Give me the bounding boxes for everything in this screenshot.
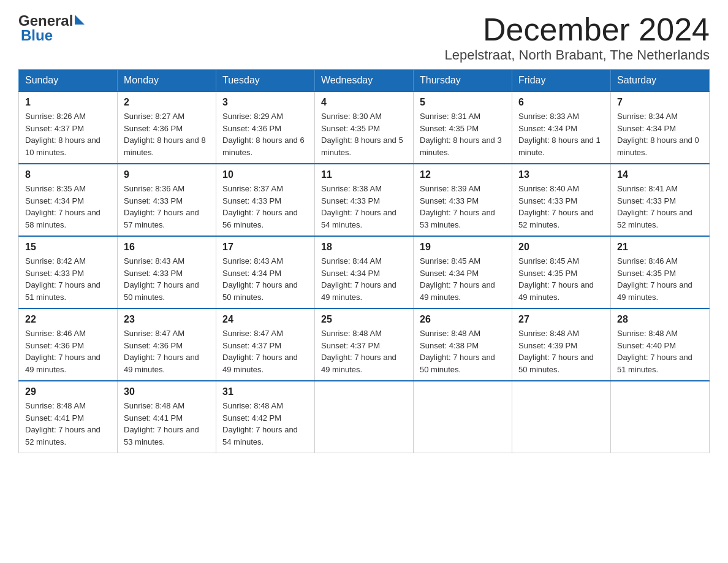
day-info: Sunrise: 8:31 AMSunset: 4:35 PMDaylight:…: [420, 112, 502, 157]
calendar-cell: 9 Sunrise: 8:36 AMSunset: 4:33 PMDayligh…: [118, 164, 216, 236]
day-info: Sunrise: 8:48 AMSunset: 4:38 PMDaylight:…: [420, 329, 495, 374]
calendar-cell: 24 Sunrise: 8:47 AMSunset: 4:37 PMDaylig…: [216, 308, 315, 381]
day-number: 26: [420, 314, 506, 325]
calendar-cell: 28 Sunrise: 8:48 AMSunset: 4:40 PMDaylig…: [611, 308, 710, 381]
day-info: Sunrise: 8:30 AMSunset: 4:35 PMDaylight:…: [321, 112, 403, 157]
month-title: December 2024: [444, 12, 710, 47]
day-number: 3: [222, 97, 308, 108]
day-number: 7: [617, 97, 703, 108]
calendar-cell: [315, 381, 414, 453]
day-number: 27: [518, 314, 604, 325]
day-info: Sunrise: 8:35 AMSunset: 4:34 PMDaylight:…: [25, 184, 100, 229]
weekday-header-saturday: Saturday: [611, 70, 710, 92]
calendar-cell: 3 Sunrise: 8:29 AMSunset: 4:36 PMDayligh…: [216, 91, 315, 164]
day-info: Sunrise: 8:48 AMSunset: 4:41 PMDaylight:…: [25, 401, 100, 446]
location-subtitle: Lepelstraat, North Brabant, The Netherla…: [444, 47, 710, 63]
day-info: Sunrise: 8:48 AMSunset: 4:39 PMDaylight:…: [518, 329, 594, 374]
day-number: 29: [25, 386, 111, 397]
day-info: Sunrise: 8:27 AMSunset: 4:36 PMDaylight:…: [124, 112, 206, 157]
day-number: 17: [222, 242, 308, 253]
weekday-header-wednesday: Wednesday: [315, 70, 414, 92]
page-header: General Blue December 2024 Lepelstraat, …: [18, 12, 710, 63]
day-info: Sunrise: 8:45 AMSunset: 4:35 PMDaylight:…: [518, 256, 594, 302]
day-info: Sunrise: 8:40 AMSunset: 4:33 PMDaylight:…: [518, 184, 594, 229]
calendar-cell: 15 Sunrise: 8:42 AMSunset: 4:33 PMDaylig…: [19, 236, 118, 308]
calendar-cell: 17 Sunrise: 8:43 AMSunset: 4:34 PMDaylig…: [216, 236, 315, 308]
day-info: Sunrise: 8:46 AMSunset: 4:36 PMDaylight:…: [25, 329, 100, 374]
calendar-cell: 4 Sunrise: 8:30 AMSunset: 4:35 PMDayligh…: [315, 91, 414, 164]
day-info: Sunrise: 8:36 AMSunset: 4:33 PMDaylight:…: [124, 184, 199, 229]
calendar-week-row: 1 Sunrise: 8:26 AMSunset: 4:37 PMDayligh…: [19, 91, 710, 164]
day-info: Sunrise: 8:42 AMSunset: 4:33 PMDaylight:…: [25, 256, 100, 302]
day-number: 28: [617, 314, 703, 325]
day-number: 9: [124, 169, 210, 180]
calendar-table: SundayMondayTuesdayWednesdayThursdayFrid…: [18, 69, 710, 453]
day-number: 22: [25, 314, 111, 325]
weekday-header-friday: Friday: [512, 70, 611, 92]
calendar-cell: 31 Sunrise: 8:48 AMSunset: 4:42 PMDaylig…: [216, 381, 315, 453]
day-info: Sunrise: 8:34 AMSunset: 4:34 PMDaylight:…: [617, 112, 699, 157]
day-info: Sunrise: 8:41 AMSunset: 4:33 PMDaylight:…: [617, 184, 692, 229]
calendar-cell: [414, 381, 512, 453]
day-info: Sunrise: 8:48 AMSunset: 4:40 PMDaylight:…: [617, 329, 692, 374]
calendar-cell: 5 Sunrise: 8:31 AMSunset: 4:35 PMDayligh…: [414, 91, 512, 164]
day-number: 25: [321, 314, 407, 325]
weekday-header-tuesday: Tuesday: [216, 70, 315, 92]
day-number: 10: [222, 169, 308, 180]
day-info: Sunrise: 8:43 AMSunset: 4:34 PMDaylight:…: [222, 256, 298, 302]
day-info: Sunrise: 8:39 AMSunset: 4:33 PMDaylight:…: [420, 184, 495, 229]
weekday-header-thursday: Thursday: [414, 70, 512, 92]
calendar-cell: 18 Sunrise: 8:44 AMSunset: 4:34 PMDaylig…: [315, 236, 414, 308]
day-info: Sunrise: 8:29 AMSunset: 4:36 PMDaylight:…: [222, 112, 305, 157]
title-block: December 2024 Lepelstraat, North Brabant…: [444, 12, 710, 63]
day-number: 16: [124, 242, 210, 253]
weekday-header-sunday: Sunday: [19, 70, 118, 92]
day-info: Sunrise: 8:47 AMSunset: 4:37 PMDaylight:…: [222, 329, 298, 374]
calendar-cell: 7 Sunrise: 8:34 AMSunset: 4:34 PMDayligh…: [611, 91, 710, 164]
logo-triangle-icon: [75, 15, 85, 25]
calendar-cell: 27 Sunrise: 8:48 AMSunset: 4:39 PMDaylig…: [512, 308, 611, 381]
day-number: 12: [420, 169, 506, 180]
calendar-cell: 12 Sunrise: 8:39 AMSunset: 4:33 PMDaylig…: [414, 164, 512, 236]
day-number: 19: [420, 242, 506, 253]
day-number: 2: [124, 97, 210, 108]
calendar-cell: 29 Sunrise: 8:48 AMSunset: 4:41 PMDaylig…: [19, 381, 118, 453]
day-number: 30: [124, 386, 210, 397]
logo-blue-text: Blue: [21, 27, 53, 44]
weekday-header-monday: Monday: [118, 70, 216, 92]
calendar-cell: 8 Sunrise: 8:35 AMSunset: 4:34 PMDayligh…: [19, 164, 118, 236]
calendar-cell: 16 Sunrise: 8:43 AMSunset: 4:33 PMDaylig…: [118, 236, 216, 308]
calendar-cell: 21 Sunrise: 8:46 AMSunset: 4:35 PMDaylig…: [611, 236, 710, 308]
calendar-cell: 30 Sunrise: 8:48 AMSunset: 4:41 PMDaylig…: [118, 381, 216, 453]
day-number: 8: [25, 169, 111, 180]
calendar-cell: 6 Sunrise: 8:33 AMSunset: 4:34 PMDayligh…: [512, 91, 611, 164]
day-number: 23: [124, 314, 210, 325]
day-info: Sunrise: 8:38 AMSunset: 4:33 PMDaylight:…: [321, 184, 396, 229]
calendar-cell: 23 Sunrise: 8:47 AMSunset: 4:36 PMDaylig…: [118, 308, 216, 381]
calendar-cell: 10 Sunrise: 8:37 AMSunset: 4:33 PMDaylig…: [216, 164, 315, 236]
day-info: Sunrise: 8:44 AMSunset: 4:34 PMDaylight:…: [321, 256, 396, 302]
day-number: 21: [617, 242, 703, 253]
day-info: Sunrise: 8:26 AMSunset: 4:37 PMDaylight:…: [25, 112, 100, 157]
day-info: Sunrise: 8:45 AMSunset: 4:34 PMDaylight:…: [420, 256, 495, 302]
day-number: 24: [222, 314, 308, 325]
day-number: 4: [321, 97, 407, 108]
day-info: Sunrise: 8:48 AMSunset: 4:42 PMDaylight:…: [222, 401, 298, 446]
day-number: 18: [321, 242, 407, 253]
calendar-cell: 13 Sunrise: 8:40 AMSunset: 4:33 PMDaylig…: [512, 164, 611, 236]
day-number: 31: [222, 386, 308, 397]
calendar-cell: 26 Sunrise: 8:48 AMSunset: 4:38 PMDaylig…: [414, 308, 512, 381]
calendar-week-row: 22 Sunrise: 8:46 AMSunset: 4:36 PMDaylig…: [19, 308, 710, 381]
day-info: Sunrise: 8:46 AMSunset: 4:35 PMDaylight:…: [617, 256, 692, 302]
calendar-cell: 20 Sunrise: 8:45 AMSunset: 4:35 PMDaylig…: [512, 236, 611, 308]
calendar-week-row: 8 Sunrise: 8:35 AMSunset: 4:34 PMDayligh…: [19, 164, 710, 236]
day-info: Sunrise: 8:33 AMSunset: 4:34 PMDaylight:…: [518, 112, 601, 157]
calendar-cell: 2 Sunrise: 8:27 AMSunset: 4:36 PMDayligh…: [118, 91, 216, 164]
day-info: Sunrise: 8:48 AMSunset: 4:41 PMDaylight:…: [124, 401, 199, 446]
day-number: 6: [518, 97, 604, 108]
calendar-cell: 19 Sunrise: 8:45 AMSunset: 4:34 PMDaylig…: [414, 236, 512, 308]
calendar-week-row: 29 Sunrise: 8:48 AMSunset: 4:41 PMDaylig…: [19, 381, 710, 453]
calendar-cell: [512, 381, 611, 453]
day-info: Sunrise: 8:47 AMSunset: 4:36 PMDaylight:…: [124, 329, 199, 374]
calendar-week-row: 15 Sunrise: 8:42 AMSunset: 4:33 PMDaylig…: [19, 236, 710, 308]
